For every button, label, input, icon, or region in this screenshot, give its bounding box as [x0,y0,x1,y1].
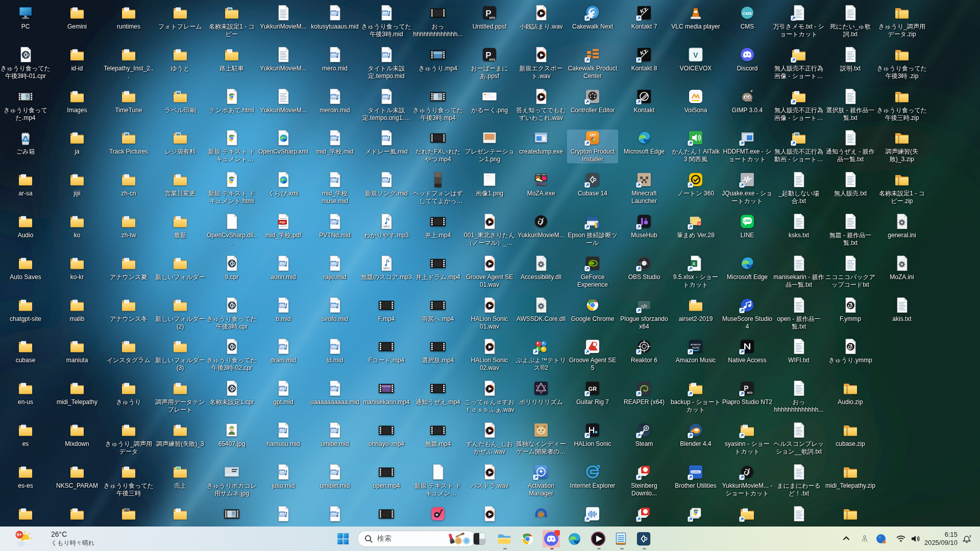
svg-text:9+: 9+ [17,532,22,537]
svg-text:z: z [970,534,972,538]
